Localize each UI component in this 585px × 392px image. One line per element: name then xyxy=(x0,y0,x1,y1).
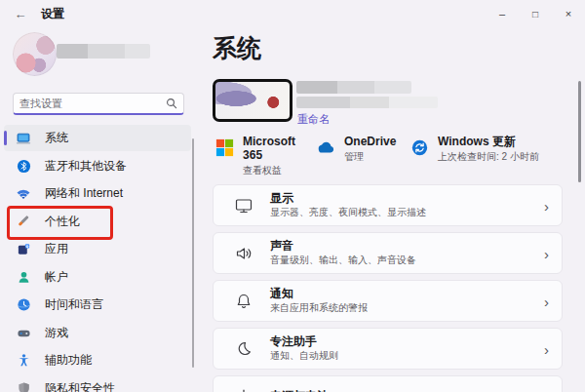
power-icon xyxy=(234,387,254,392)
rename-link[interactable]: 重命名 xyxy=(297,112,330,127)
minimize-button[interactable]: – xyxy=(486,0,519,27)
card-sound[interactable]: 声音 音量级别、输出、输入、声音设备 › xyxy=(213,232,563,274)
main-content: 系统 重命名 Microsoft 365 查看权益 xyxy=(213,27,585,392)
sidebar-item-time-language[interactable]: 时间和语言 xyxy=(4,292,191,318)
user-avatar[interactable] xyxy=(13,32,57,76)
service-windows-update[interactable]: Windows 更新 上次检查时间: 2 小时前 xyxy=(409,135,539,177)
personalization-icon xyxy=(16,214,31,229)
card-notifications[interactable]: 通知 来自应用和系统的警报 › xyxy=(213,280,563,322)
display-icon xyxy=(234,196,254,216)
sidebar: 系统 蓝牙和其他设备 xyxy=(0,27,205,392)
focus-assist-icon xyxy=(234,339,254,359)
card-power-battery[interactable]: 电源与电池 › xyxy=(213,375,563,392)
chevron-right-icon: › xyxy=(544,340,549,357)
settings-cards: 显示 显示器、亮度、夜间模式、显示描述 › 声音 音量级别、输出、输入、声音设备… xyxy=(213,184,563,392)
sidebar-item-privacy[interactable]: 隐私和安全性 xyxy=(4,375,191,392)
sidebar-item-apps[interactable]: 应用 xyxy=(4,236,191,262)
card-focus-assist[interactable]: 专注助手 通知、自动规则 › xyxy=(213,328,563,370)
windows-update-icon xyxy=(409,137,430,158)
close-button[interactable]: × xyxy=(552,0,585,27)
sidebar-nav: 系统 蓝牙和其他设备 xyxy=(4,125,191,392)
service-onedrive[interactable]: OneDrive 管理 xyxy=(315,135,409,177)
page-title: 系统 xyxy=(213,32,261,64)
window-title: 设置 xyxy=(41,6,64,22)
device-model-redacted xyxy=(296,97,438,108)
back-button[interactable]: ← xyxy=(6,7,35,21)
accessibility-icon xyxy=(16,353,31,369)
sidebar-item-bluetooth[interactable]: 蓝牙和其他设备 xyxy=(4,153,191,179)
microsoft-logo xyxy=(214,137,235,158)
sidebar-item-personalization[interactable]: 个性化 xyxy=(4,209,191,235)
search-box[interactable] xyxy=(13,93,184,115)
search-icon xyxy=(166,98,177,109)
sidebar-item-gaming[interactable]: 游戏 xyxy=(4,320,191,346)
sidebar-item-accessibility[interactable]: 辅助功能 xyxy=(4,347,191,373)
settings-window: ← 设置 – □ × xyxy=(0,0,585,392)
window-controls: – □ × xyxy=(486,0,585,27)
services-row: Microsoft 365 查看权益 OneDrive 管理 xyxy=(214,135,566,177)
sound-icon xyxy=(234,244,254,263)
chevron-right-icon: › xyxy=(544,388,549,392)
time-language-icon xyxy=(16,297,31,313)
chevron-right-icon: › xyxy=(544,293,549,309)
search-input[interactable] xyxy=(20,98,166,109)
network-icon xyxy=(16,186,31,202)
onedrive-icon xyxy=(315,137,336,158)
sidebar-item-accounts[interactable]: 帐户 xyxy=(4,264,191,291)
card-display[interactable]: 显示 显示器、亮度、夜间模式、显示描述 › xyxy=(213,184,563,226)
notifications-icon xyxy=(234,292,254,311)
accounts-icon xyxy=(16,269,31,285)
system-icon xyxy=(16,131,31,146)
main-scrollbar[interactable] xyxy=(578,81,581,182)
bluetooth-icon xyxy=(16,158,31,174)
device-wallpaper-thumbnail xyxy=(213,79,292,122)
chevron-right-icon: › xyxy=(544,245,549,261)
gaming-icon xyxy=(16,325,31,340)
sidebar-scrollbar[interactable] xyxy=(192,138,194,368)
service-microsoft-365[interactable]: Microsoft 365 查看权益 xyxy=(214,135,315,177)
privacy-icon xyxy=(16,380,31,392)
sidebar-item-network[interactable]: 网络和 Internet xyxy=(4,180,191,207)
sidebar-item-system[interactable]: 系统 xyxy=(4,125,191,151)
maximize-button[interactable]: □ xyxy=(519,0,552,27)
chevron-right-icon: › xyxy=(544,197,549,214)
apps-icon xyxy=(16,242,31,257)
user-name-redacted xyxy=(57,44,150,59)
device-name-redacted xyxy=(296,81,411,94)
titlebar: ← 设置 – □ × xyxy=(0,0,585,27)
